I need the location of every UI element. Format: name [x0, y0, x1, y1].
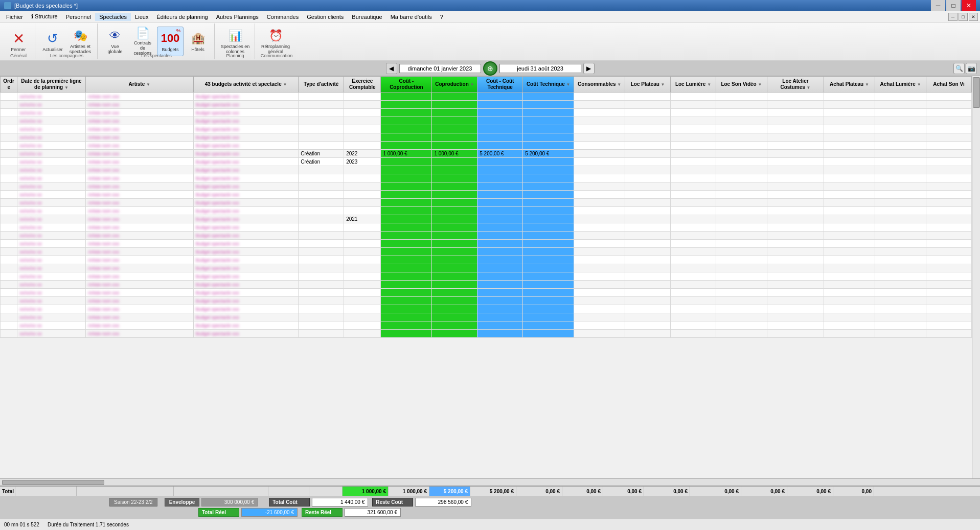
menu-spectacles[interactable]: Spectacles: [95, 13, 131, 21]
menu-autres[interactable]: Autres Plannings: [212, 13, 263, 21]
table-cell-loc-plateau: [625, 199, 671, 207]
artistes-button[interactable]: 🎭 Artistes et spectacles: [67, 27, 94, 56]
saison-badge: Saison 22-23 2/2: [109, 498, 157, 506]
menu-fichier[interactable]: Fichier: [2, 13, 27, 21]
table-cell-cout-technique: [523, 158, 574, 166]
table-row[interactable]: xx/xx/xx xxArtiste nom xxxBudget spectac…: [1, 101, 972, 109]
table-cell-loc-plateau: [625, 297, 671, 305]
th-date[interactable]: Date de la première ligne de planning ▼: [17, 77, 85, 93]
table-row[interactable]: xx/xx/xx xxArtiste nom xxxBudget spectac…: [1, 272, 972, 281]
menu-gestion[interactable]: Gestion clients: [303, 13, 348, 21]
camera-button[interactable]: 📷: [966, 63, 977, 74]
th-coproduction[interactable]: Coproduction ▼: [432, 77, 477, 93]
menu-bureautique[interactable]: Bureautique: [348, 13, 386, 21]
th-ordre[interactable]: Ordre: [1, 77, 17, 93]
inner-maximize[interactable]: □: [959, 13, 968, 21]
table-row[interactable]: xx/xx/xx xxArtiste nom xxxBudget spectac…: [1, 182, 972, 191]
table-row[interactable]: xx/xx/xx xxArtiste nom xxxBudget spectac…: [1, 215, 972, 223]
table-cell-type: [299, 101, 344, 109]
retroplanning-button[interactable]: ⏰ Rétroplanning général: [259, 27, 292, 56]
v-scroll-thumb[interactable]: [973, 77, 980, 108]
menu-personnel[interactable]: Personnel: [62, 13, 96, 21]
th-cout-cop[interactable]: Coût - Coproduction: [381, 77, 432, 93]
next-date-button[interactable]: ▶: [583, 63, 595, 74]
budgets-button[interactable]: 100 % Budgets: [157, 27, 184, 56]
table-row[interactable]: xx/xx/xx xxArtiste nom xxxBudget spectac…: [1, 158, 972, 166]
table-row[interactable]: xx/xx/xx xxArtiste nom xxxBudget spectac…: [1, 150, 972, 158]
th-budget[interactable]: 43 budgets activité et spectacle ▼: [193, 77, 299, 93]
horizontal-scrollbar[interactable]: [0, 478, 980, 486]
inner-minimize[interactable]: ─: [948, 13, 958, 21]
table-cell-date: xx/xx/xx xx: [17, 330, 85, 338]
menu-commandes[interactable]: Commandes: [263, 13, 303, 21]
table-scroll[interactable]: Ordre Date de la première ligne de plann…: [0, 76, 980, 478]
th-cout-cout[interactable]: Coût - Coût Technique: [477, 77, 523, 93]
contrats-button[interactable]: 📄 Contrats de cessions: [129, 27, 156, 56]
th-cout-technique[interactable]: Coût Technique ▼: [523, 77, 574, 93]
th-loc-atelier[interactable]: Loc Atelier Costumes ▼: [767, 77, 824, 93]
end-date-input[interactable]: [499, 64, 581, 73]
menu-lieux[interactable]: Lieux: [131, 13, 152, 21]
table-row[interactable]: xx/xx/xx xxArtiste nom xxxBudget spectac…: [1, 330, 972, 338]
th-exercice[interactable]: Exercice Comptable: [344, 77, 381, 93]
zoom-button[interactable]: 🔍: [953, 63, 965, 74]
spectacles-colonnes-button[interactable]: 📊 Spectacles en colonnes: [219, 27, 252, 56]
table-cell-loc-atelier: [767, 174, 824, 182]
menu-editeurs[interactable]: Éditeurs de planning: [152, 13, 212, 21]
vertical-scrollbar[interactable]: [972, 76, 980, 478]
fermer-button[interactable]: ✕ Fermer: [5, 27, 32, 56]
table-row[interactable]: xx/xx/xx xxArtiste nom xxxBudget spectac…: [1, 289, 972, 297]
th-loc-plateau[interactable]: Loc Plateau ▼: [625, 77, 671, 93]
table-row[interactable]: xx/xx/xx xxArtiste nom xxxBudget spectac…: [1, 191, 972, 199]
table-row[interactable]: xx/xx/xx xxArtiste nom xxxBudget spectac…: [1, 321, 972, 330]
menu-structure[interactable]: ℹ Structure: [27, 12, 62, 21]
inner-close[interactable]: ✕: [969, 13, 978, 21]
totals-artiste: [77, 487, 174, 496]
date-toggle-button[interactable]: ⊕: [483, 61, 497, 76]
loc-son-sort-icon: ▼: [758, 82, 762, 87]
th-achat-plateau[interactable]: Achat Plateau ▼: [824, 77, 875, 93]
th-loc-lumiere[interactable]: Loc Lumière ▼: [671, 77, 716, 93]
table-row[interactable]: xx/xx/xx xxArtiste nom xxxBudget spectac…: [1, 240, 972, 248]
table-cell-coproduction: [432, 101, 477, 109]
actualiser-button[interactable]: ↺ Actualiser: [39, 27, 66, 56]
th-loc-son-video[interactable]: Loc Son Vidéo ▼: [716, 77, 767, 93]
table-row[interactable]: xx/xx/xx xxArtiste nom xxxBudget spectac…: [1, 199, 972, 207]
close-button[interactable]: ✕: [962, 0, 976, 11]
th-achat-son[interactable]: Achat Son Vi: [926, 77, 972, 93]
th-achat-lumiere[interactable]: Achat Lumière ▼: [875, 77, 926, 93]
prev-date-button[interactable]: ◀: [386, 63, 397, 74]
minimize-button[interactable]: ─: [931, 0, 945, 11]
table-row[interactable]: xx/xx/xx xxArtiste nom xxxBudget spectac…: [1, 109, 972, 117]
table-row[interactable]: xx/xx/xx xxArtiste nom xxxBudget spectac…: [1, 264, 972, 272]
table-row[interactable]: xx/xx/xx xxArtiste nom xxxBudget spectac…: [1, 297, 972, 305]
table-row[interactable]: xx/xx/xx xxArtiste nom xxxBudget spectac…: [1, 256, 972, 264]
table-row[interactable]: xx/xx/xx xxArtiste nom xxxBudget spectac…: [1, 248, 972, 256]
table-row[interactable]: xx/xx/xx xxArtiste nom xxxBudget spectac…: [1, 133, 972, 142]
table-row[interactable]: xx/xx/xx xxArtiste nom xxxBudget spectac…: [1, 166, 972, 174]
table-row[interactable]: xx/xx/xx xxArtiste nom xxxBudget spectac…: [1, 117, 972, 125]
table-row[interactable]: xx/xx/xx xxArtiste nom xxxBudget spectac…: [1, 223, 972, 232]
h-scroll-thumb[interactable]: [2, 480, 104, 485]
menu-mabarre[interactable]: Ma barre d'outils: [386, 13, 436, 21]
th-type[interactable]: Type d'activité: [299, 77, 344, 93]
maximize-button[interactable]: □: [946, 0, 961, 11]
table-row[interactable]: xx/xx/xx xxArtiste nom xxxBudget spectac…: [1, 232, 972, 240]
table-row[interactable]: xx/xx/xx xxArtiste nom xxxBudget spectac…: [1, 207, 972, 215]
hotels-button[interactable]: 🏨 Hôtels: [185, 27, 211, 56]
table-row[interactable]: xx/xx/xx xxArtiste nom xxxBudget spectac…: [1, 281, 972, 289]
table-cell-type: [299, 321, 344, 330]
table-row[interactable]: xx/xx/xx xxArtiste nom xxxBudget spectac…: [1, 125, 972, 133]
th-consommables[interactable]: Consommables ▼: [574, 77, 625, 93]
start-date-input[interactable]: [399, 64, 481, 73]
table-cell-exercice: 2022: [344, 150, 381, 158]
th-artiste[interactable]: Artiste ▼: [85, 77, 193, 93]
table-row[interactable]: xx/xx/xx xxArtiste nom xxxBudget spectac…: [1, 142, 972, 150]
table-cell-loc-atelier: [767, 305, 824, 313]
menu-help[interactable]: ?: [436, 13, 447, 21]
table-row[interactable]: xx/xx/xx xxArtiste nom xxxBudget spectac…: [1, 305, 972, 313]
table-row[interactable]: xx/xx/xx xxArtiste nom xxxBudget spectac…: [1, 93, 972, 101]
table-row[interactable]: xx/xx/xx xxArtiste nom xxxBudget spectac…: [1, 313, 972, 321]
table-row[interactable]: xx/xx/xx xxArtiste nom xxxBudget spectac…: [1, 174, 972, 182]
vue-globale-button[interactable]: 👁 Vue globale: [102, 27, 128, 56]
